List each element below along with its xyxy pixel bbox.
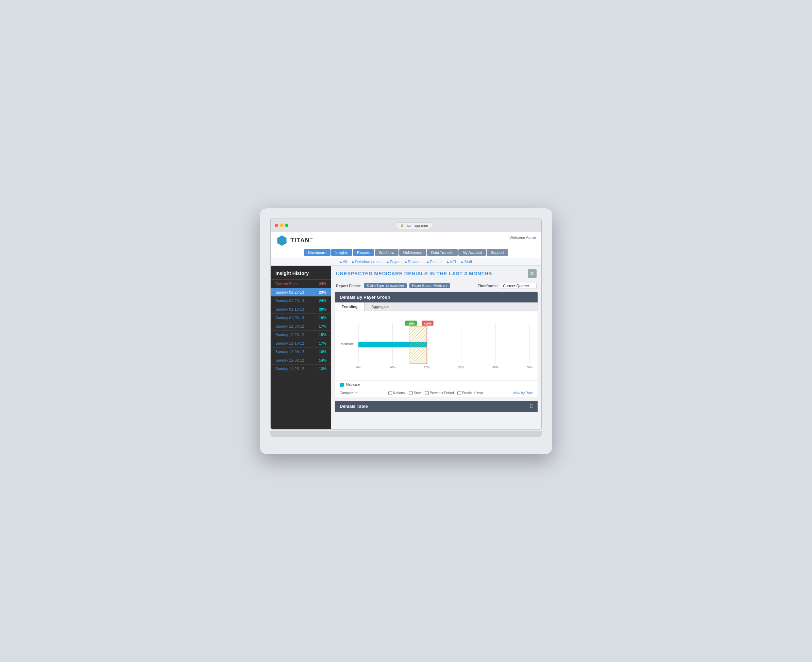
sidebar-item-label: Sunday 11-25-12 — [276, 367, 304, 371]
sidebar-item-1223[interactable]: Sunday 12-23-12 15% — [271, 331, 331, 339]
compare-state[interactable]: State — [409, 391, 422, 395]
svg-text:30%: 30% — [458, 365, 464, 369]
subnav-reimbursement[interactable]: Reimbursement — [352, 260, 382, 264]
timeframe-select[interactable]: Current Quarter Last Quarter Last 3 Mont… — [500, 283, 536, 289]
sidebar-item-value: 15% — [319, 333, 326, 337]
svg-text:40%: 40% — [492, 365, 498, 369]
sidebar-item-0113[interactable]: Sunday 01-13-13 20% — [271, 305, 331, 314]
sidebar-item-0106[interactable]: Sunday 01-06-13 19% — [271, 314, 331, 322]
sidebar-item-label: Sunday 01-27-13 — [276, 290, 304, 294]
sidebar-item-value: 13% — [319, 367, 326, 371]
sidebar-item-1202[interactable]: Sunday 12-02-12 14% — [271, 356, 331, 365]
chart-body: 0% 10% 20% 30% 40% 50% Medicare — [335, 311, 538, 380]
compare-previous-period[interactable]: Previous Period — [425, 391, 454, 395]
close-dot[interactable] — [275, 223, 278, 227]
sidebar-item-label: Sunday 12-16-12 — [276, 341, 304, 345]
hatched-range-bar — [410, 326, 427, 364]
sidebar-item-value: 17% — [319, 341, 326, 345]
nav-ondemand[interactable]: OnDemand — [399, 249, 426, 256]
sidebar-item-0120[interactable]: Sunday 01-20-13 24% — [271, 297, 331, 305]
svg-text:50%: 50% — [527, 365, 533, 369]
sidebar-item-1209[interactable]: Sunday 12-09-12 18% — [271, 348, 331, 356]
nav-support[interactable]: Support — [487, 249, 508, 256]
header-top: TITAN™ Welcome Aaron — [271, 232, 541, 249]
denials-table-section: Denials Table ⠿ — [335, 401, 538, 412]
sidebar-item-value: 17% — [319, 324, 326, 328]
sidebar-item-0127[interactable]: Sunday 01-27-13 23% — [271, 288, 331, 297]
sidebar-item-label: Sunday 12-02-12 — [276, 358, 304, 362]
filters-bar: Report Filters: Claim Type=Unexpected Pa… — [331, 281, 541, 292]
content-area: UNEXPECTED MEDICARE DENIALS IN THE LAST … — [331, 266, 541, 429]
sidebar-item-value: 20% — [319, 307, 326, 311]
laptop-base — [270, 431, 542, 437]
compare-national[interactable]: National — [388, 391, 406, 395]
compare-prev-year-checkbox[interactable] — [458, 391, 461, 395]
sidebar-item-label: Sunday 12-09-12 — [276, 350, 304, 354]
nav-workflow[interactable]: Workflow — [375, 249, 398, 256]
legend-label-medicare: Medicare — [346, 382, 360, 386]
svg-text:20%: 20% — [424, 365, 430, 369]
laptop-screen: 🔒 titan-app.com TITAN™ Welcome Aaron — [270, 219, 542, 429]
page-title-bar: UNEXPECTED MEDICARE DENIALS IN THE LAST … — [331, 266, 541, 281]
subnav-patient[interactable]: Patient — [427, 260, 441, 264]
nav-datatransfer[interactable]: Data Transfer — [427, 249, 458, 256]
subnav-ar[interactable]: A/R — [447, 260, 456, 264]
logo-text: TITAN™ — [290, 237, 313, 244]
table-drag-icon[interactable]: ⠿ — [529, 404, 533, 409]
tab-aggregate[interactable]: Aggregate — [364, 302, 395, 311]
subnav-all[interactable]: All — [340, 260, 347, 264]
sidebar-item-1216[interactable]: Sunday 12-16-12 17% — [271, 339, 331, 348]
denials-by-payer-group-chart: Denials By Payer Group Trending Aggregat… — [335, 292, 538, 397]
compare-state-checkbox[interactable] — [409, 391, 413, 395]
sidebar-item-value: 18% — [319, 350, 326, 354]
url-bar[interactable]: 🔒 titan-app.com — [396, 222, 433, 229]
chart-tabs: Trending Aggregate — [335, 302, 538, 311]
sidebar-item-1125[interactable]: Sunday 11-25-12 13% — [271, 365, 331, 373]
nav-insights[interactable]: Insights — [331, 249, 352, 256]
sidebar-item-value: 19% — [319, 316, 326, 320]
subnav-provider[interactable]: Provider — [405, 260, 422, 264]
filter-tag-payergroup[interactable]: Payer Group=Medicare — [409, 283, 450, 288]
compare-previous-year[interactable]: Previous Year — [458, 391, 483, 395]
browser-url-bar: 🔒 titan-app.com — [291, 222, 537, 229]
nav-dashboard[interactable]: Dashboard — [304, 249, 330, 256]
app-header: TITAN™ Welcome Aaron Dashboard Insights … — [271, 232, 541, 266]
compare-national-checkbox[interactable] — [388, 391, 392, 395]
subnav-staff[interactable]: Staff — [461, 260, 472, 264]
view-by-rate-link[interactable]: View by Rate — [513, 391, 533, 395]
chart-header: Denials By Payer Group — [335, 292, 538, 302]
table-header: Denials Table ⠿ — [335, 401, 538, 412]
chart-legend: Medicare — [335, 380, 538, 389]
sidebar-item-1230[interactable]: Sunday 12-30-12 17% — [271, 322, 331, 331]
insight-history-sidebar: Insight History Current State 23% Sunday… — [271, 266, 331, 429]
sidebar-item-value: 23% — [319, 282, 326, 286]
nav-myaccount[interactable]: My Account — [458, 249, 486, 256]
compare-prev-period-checkbox[interactable] — [425, 391, 429, 395]
sidebar-title: Insight History — [271, 266, 331, 280]
settings-icon-button[interactable]: ⚙ — [528, 269, 536, 278]
compare-options: National State Previous Period Previous … — [388, 391, 483, 395]
url-text: titan-app.com — [405, 223, 428, 228]
page-title: UNEXPECTED MEDICARE DENIALS IN THE LAST … — [336, 270, 492, 276]
sidebar-item-value: 24% — [319, 299, 326, 303]
logo-area: TITAN™ — [276, 235, 313, 246]
sidebar-item-label: Current State — [276, 282, 298, 286]
svg-marker-0 — [277, 235, 286, 246]
sidebar-item-value: 14% — [319, 358, 326, 362]
nav-sub: All Reimbursement Payer Provider Patient… — [271, 258, 541, 265]
minimize-dot[interactable] — [280, 223, 283, 227]
legend-color-medicare — [340, 382, 344, 387]
laptop-wrapper: 🔒 titan-app.com TITAN™ Welcome Aaron — [260, 208, 552, 454]
subnav-payer[interactable]: Payer — [387, 260, 400, 264]
sidebar-item-label: Sunday 01-13-13 — [276, 307, 304, 311]
compare-label: Compare to: — [340, 391, 358, 395]
sidebar-item-current-state[interactable]: Current State 23% — [271, 280, 331, 288]
nav-main: Dashboard Insights Reports Workflow OnDe… — [271, 249, 541, 258]
compare-area: Compare to: National State Previous Peri… — [335, 389, 538, 397]
tab-trending[interactable]: Trending — [335, 302, 364, 311]
browser-dots — [275, 223, 288, 227]
nav-reports[interactable]: Reports — [353, 249, 374, 256]
maximize-dot[interactable] — [285, 223, 288, 227]
svg-text:10%: 10% — [390, 365, 396, 369]
filter-tag-claimtype[interactable]: Claim Type=Unexpected — [364, 283, 407, 288]
